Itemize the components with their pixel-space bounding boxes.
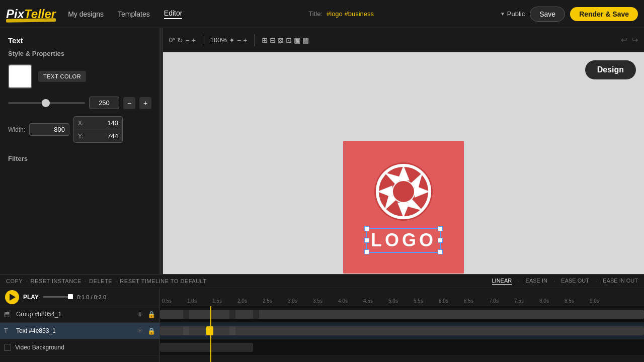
title-label: Title: — [308, 10, 323, 18]
panel-text-title: Text — [8, 36, 151, 45]
video-timeline-block[interactable] — [160, 343, 253, 352]
text-icon: T — [4, 327, 12, 334]
render-save-button[interactable]: Render & Save — [570, 7, 638, 21]
easing-ease-out[interactable]: EASE OUT — [561, 278, 589, 285]
play-progress-bar[interactable] — [43, 296, 73, 298]
top-nav: PixTeller My designs Templates Editor Ti… — [0, 0, 644, 28]
handle-mid-left[interactable] — [364, 238, 369, 243]
align-left-btn[interactable]: ⊞ — [262, 36, 268, 44]
font-size-decrement[interactable]: − — [123, 97, 135, 109]
text-timeline-row — [160, 323, 644, 339]
grid-icon[interactable]: ✦ — [229, 36, 235, 44]
group-track-name: Group #b8054_1 — [16, 311, 133, 318]
easing-ease-in-out[interactable]: EASE IN OUT — [603, 278, 638, 285]
font-size-field[interactable]: 250 — [89, 97, 119, 109]
text-lock-icon[interactable]: 🔒 — [147, 327, 155, 335]
play-cursor[interactable] — [68, 294, 73, 299]
handle-mid-right[interactable] — [438, 238, 443, 243]
easing-linear[interactable]: LINEAR — [492, 278, 512, 285]
canvas-frame: LOGO — [343, 141, 464, 274]
zoom-plus-icon[interactable]: + — [243, 36, 247, 44]
nav-links: My designs Templates Editor — [68, 9, 182, 19]
align-chart-btn[interactable]: ▤ — [302, 36, 309, 44]
align-top-btn[interactable]: ⊡ — [286, 36, 292, 44]
rotate-minus-icon[interactable]: − — [185, 36, 189, 44]
text-color-button[interactable]: TEXT COLOR — [38, 71, 86, 82]
title-value[interactable]: #logo #business — [327, 10, 374, 18]
track-group: ▤ Group #b8054_1 👁 🔒 — [0, 306, 159, 323]
align-middle-btn[interactable]: ▣ — [294, 36, 300, 44]
handle-bottom-right[interactable] — [438, 249, 443, 254]
separator-2 — [254, 34, 255, 46]
timeline: COPY · RESET INSTANCE · DELETE · RESET T… — [0, 274, 644, 362]
track-labels-panel: PLAY 0:1.0 / 0:2.0 ▤ Group #b8054_1 👁 🔒 … — [0, 288, 160, 362]
group-visibility-icon[interactable]: 👁 — [137, 311, 143, 318]
handle-top-right[interactable] — [438, 226, 443, 231]
color-swatch[interactable] — [8, 64, 32, 88]
video-checkbox[interactable] — [4, 344, 11, 351]
nav-editor[interactable]: Editor — [164, 9, 183, 19]
video-track-name: Video Background — [15, 344, 155, 351]
align-center-btn[interactable]: ⊟ — [270, 36, 276, 44]
logo-text-container[interactable]: LOGO — [366, 228, 441, 253]
nav-templates[interactable]: Templates — [118, 10, 150, 18]
handle-bottom-left[interactable] — [364, 249, 369, 254]
timeline-ruler: 0.5s 1.0s 1.5s 2.0s 2.5s 3.0s 3.5s 4.0s … — [160, 288, 644, 306]
play-label: PLAY — [23, 294, 39, 301]
text-keyframe-gold[interactable] — [206, 326, 213, 335]
copy-action[interactable]: COPY — [6, 278, 23, 284]
rotate-plus-icon[interactable]: + — [192, 36, 196, 44]
text-visibility-icon[interactable]: 👁 — [137, 327, 143, 335]
ruler-mark-17: 9.0s — [588, 298, 613, 304]
reset-timeline-action[interactable]: RESET TIMELINE TO DEFAULT — [120, 278, 206, 284]
track-video: Video Background — [0, 339, 159, 356]
zoom-group: 100% ✦ − + — [210, 36, 248, 44]
timeline-ruler-area: 0.5s 1.0s 1.5s 2.0s 2.5s 3.0s 3.5s 4.0s … — [160, 288, 644, 362]
width-row: Width: X: Y: — [8, 116, 151, 143]
redo-icon[interactable]: ↪ — [631, 35, 638, 45]
zoom-minus-icon[interactable]: − — [237, 36, 241, 44]
timeline-playhead[interactable] — [210, 306, 211, 362]
delete-action[interactable]: DELETE — [89, 278, 112, 284]
rotation-value: 0° — [169, 36, 175, 44]
undo-icon[interactable]: ↩ — [621, 35, 627, 45]
align-right-btn[interactable]: ⊠ — [278, 36, 284, 44]
width-field[interactable] — [29, 123, 69, 136]
x-label: X: — [78, 120, 88, 127]
align-group: ⊞ ⊟ ⊠ ⊡ ▣ ▤ — [262, 36, 309, 44]
ruler-mark-6: 3.5s — [311, 298, 336, 304]
font-size-slider-thumb[interactable] — [42, 99, 50, 107]
width-label: Width: — [8, 126, 27, 133]
coord-wrap: X: Y: — [73, 116, 123, 143]
x-field[interactable] — [88, 119, 118, 127]
font-size-increment[interactable]: + — [139, 97, 151, 109]
design-button[interactable]: Design — [585, 60, 636, 79]
logo[interactable]: PixTeller — [6, 7, 56, 21]
group-keyframe-2[interactable] — [229, 310, 235, 319]
group-keyframe-3[interactable] — [253, 310, 259, 319]
refresh-icon[interactable]: ↻ — [177, 36, 183, 44]
x-coord-row: X: — [74, 117, 122, 130]
font-size-slider-track[interactable] — [8, 102, 85, 104]
play-button[interactable] — [5, 290, 19, 304]
easing-ease-in[interactable]: EASE IN — [526, 278, 547, 285]
ruler-mark-7: 4.0s — [336, 298, 361, 304]
ruler-mark-9: 5.0s — [386, 298, 412, 304]
text-keyframe-3[interactable] — [229, 326, 235, 335]
text-keyframe-4[interactable] — [253, 326, 259, 335]
text-keyframe-1[interactable] — [183, 326, 189, 335]
ruler-mark-8: 4.5s — [361, 298, 386, 304]
y-field[interactable] — [88, 132, 118, 140]
reset-instance-action[interactable]: RESET INSTANCE — [31, 278, 82, 284]
group-keyframe-1[interactable] — [183, 310, 189, 319]
nav-my-designs[interactable]: My designs — [68, 10, 104, 18]
visibility-label: Public — [507, 10, 525, 18]
width-field-wrap: Width: — [8, 116, 69, 143]
ruler-mark-4: 2.5s — [261, 298, 286, 304]
ruler-mark-2: 1.5s — [210, 298, 235, 304]
handle-top-left[interactable] — [364, 226, 369, 231]
ruler-mark-10: 5.5s — [412, 298, 437, 304]
group-lock-icon[interactable]: 🔒 — [147, 311, 155, 318]
save-button[interactable]: Save — [530, 7, 565, 22]
visibility-dropdown[interactable]: ▼ Public — [500, 10, 525, 18]
